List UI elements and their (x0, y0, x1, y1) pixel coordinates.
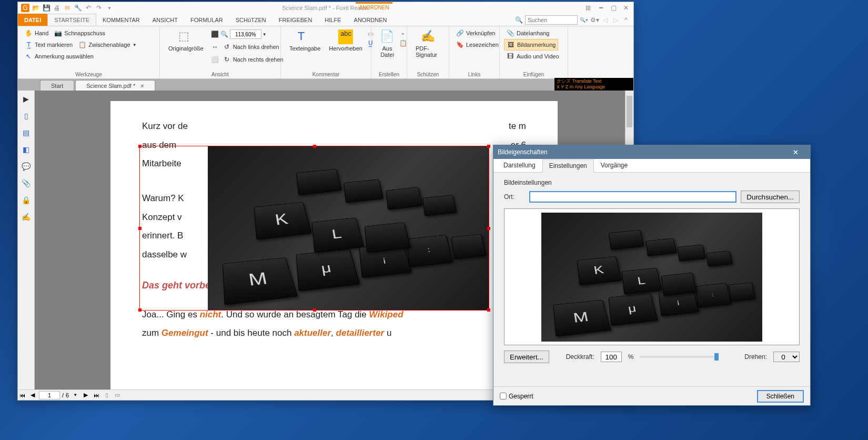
select-annotation-tool[interactable]: ↖Anmerkung auswählen (22, 51, 96, 62)
gear-icon[interactable]: ⚙▾ (590, 16, 599, 24)
comments-panel-icon[interactable]: 💬 (21, 161, 32, 172)
menu-formular[interactable]: FORMULAR (184, 14, 229, 26)
open-icon[interactable]: 📂 (32, 4, 40, 12)
resize-handle-ne[interactable] (487, 145, 490, 148)
ribbon-group-einfugen: 📎Dateianhang 🖼Bildanmerkung 🎞Audio und V… (500, 26, 568, 78)
blank-icon[interactable]: ▫ (399, 29, 407, 38)
rotate-select[interactable]: 0 (773, 352, 800, 362)
menu-freigeben[interactable]: FREIGEBEN (272, 14, 319, 26)
menu-anordnen[interactable]: ANORDNEN (348, 14, 393, 26)
fit-page-icon[interactable]: ⬛ (211, 30, 219, 38)
chevron-down-icon[interactable]: ▼ (263, 32, 267, 37)
translate-ad[interactable]: クシズ Translate Text X Y Z In Any Language (554, 78, 633, 91)
page-number-input[interactable] (39, 391, 60, 399)
prev-page-icon[interactable]: ◀ (28, 391, 37, 399)
actual-size-button[interactable]: ⬚ Originalgröße (164, 27, 208, 77)
pages-panel-icon[interactable]: ▤ (21, 127, 32, 138)
app-icon[interactable]: G (21, 4, 29, 12)
hand-tool[interactable]: ✋Hand (22, 28, 51, 38)
locked-checkbox[interactable]: Gesperrt (500, 393, 533, 400)
resize-handle-se[interactable] (487, 308, 490, 312)
menu-file[interactable]: DATEI (18, 14, 47, 26)
dialog-close-icon[interactable]: ✕ (785, 148, 806, 156)
tab-vorgange[interactable]: Vorgänge (594, 159, 634, 172)
zoom-out-icon[interactable]: 🔍 (220, 30, 229, 38)
search-icon[interactable]: 🔍 (514, 16, 523, 24)
audio-video-button[interactable]: 🎞Audio und Video (504, 51, 561, 62)
first-page-icon[interactable]: ⏮ (18, 391, 26, 399)
select-text-tool[interactable]: T̲Text markieren (22, 39, 75, 50)
fit-width-icon[interactable]: ↔ (211, 43, 219, 51)
typewriter-button[interactable]: TTexteingabe (285, 27, 325, 77)
menu-schutzen[interactable]: SCHüTZEN (229, 14, 272, 26)
layers-panel-icon[interactable]: ◧ (21, 144, 32, 155)
qat-dropdown-icon[interactable]: ▼ (105, 4, 114, 12)
attachment-button[interactable]: 📎Dateianhang (504, 28, 551, 38)
bookmarks-panel-icon[interactable]: ▯ (21, 111, 32, 121)
clipboard-tool[interactable]: 📋Zwischenablage▼ (76, 39, 138, 50)
close-icon[interactable]: ✕ (622, 4, 630, 12)
next-page-icon[interactable]: ▶ (82, 391, 90, 399)
signatures-panel-icon[interactable]: ✍ (21, 212, 32, 222)
fit-visible-icon[interactable]: ⬜ (211, 55, 219, 64)
image-annotation-button[interactable]: 🖼Bildanmerkung (504, 39, 558, 51)
nav-next-icon[interactable]: ▷ (611, 16, 620, 24)
page-dropdown-icon[interactable]: ▼ (71, 391, 79, 399)
resize-handle-w[interactable] (138, 227, 142, 230)
tab-darstellung[interactable]: Darstellung (497, 159, 542, 172)
snapshot-tool[interactable]: 📷Schnappschuss (52, 28, 107, 38)
close-button[interactable]: Schließen (757, 390, 804, 403)
image-selection-box[interactable] (139, 146, 489, 311)
nav-prev-icon[interactable]: ◁ (601, 16, 609, 24)
maximize-icon[interactable]: ▢ (609, 4, 618, 12)
view-mode-2-icon[interactable]: ▭ (113, 391, 122, 399)
expand-panel-icon[interactable]: ▶ (21, 94, 32, 104)
advanced-button[interactable]: Erweitert... (504, 351, 549, 363)
dialog-title-bar[interactable]: Bildeigenschaften ✕ (493, 145, 810, 159)
resize-handle-e[interactable] (487, 227, 490, 230)
scroll-thumb[interactable] (627, 96, 632, 127)
security-panel-icon[interactable]: 🔒 (21, 195, 32, 205)
ribbon-options-icon[interactable]: ⊞ (584, 4, 592, 12)
opacity-input[interactable] (601, 352, 622, 362)
location-input[interactable] (529, 191, 736, 203)
collapse-ribbon-icon[interactable]: ^ (622, 16, 630, 24)
tab-document[interactable]: Science Slam.pdf *× (75, 80, 155, 91)
resize-handle-n[interactable] (313, 145, 316, 148)
link-button[interactable]: 🔗Verknüpfen (453, 28, 498, 38)
pdf-sign-button[interactable]: ✍PDF-Signatur (411, 27, 445, 60)
menu-hilfe[interactable]: HILFE (318, 14, 347, 26)
menu-ansicht[interactable]: ANSICHT (146, 14, 184, 26)
save-icon[interactable]: 💾 (42, 4, 51, 12)
tab-einstellungen[interactable]: Einstellungen (542, 159, 594, 173)
menu-kommentar[interactable]: KOMMENTAR (96, 14, 146, 26)
zoom-input[interactable] (230, 29, 261, 39)
resize-handle-s[interactable] (313, 308, 316, 312)
rotate-right-button[interactable]: ↻Nach rechts drehen (220, 54, 286, 65)
redo-icon[interactable]: ↷ (95, 4, 103, 12)
browse-button[interactable]: Durchsuchen... (741, 191, 800, 203)
view-mode-1-icon[interactable]: ▯ (103, 391, 111, 399)
bookmark-button[interactable]: 🔖Lesezeichen (453, 39, 501, 50)
search-input[interactable] (525, 15, 578, 25)
tab-start[interactable]: Start (40, 80, 74, 91)
attachments-panel-icon[interactable]: 📎 (21, 178, 32, 188)
clipboard-create-icon[interactable]: 📋 (399, 39, 407, 47)
locked-checkbox-input[interactable] (500, 393, 507, 399)
resize-handle-sw[interactable] (138, 308, 142, 312)
close-tab-icon[interactable]: × (140, 83, 144, 89)
highlight-button[interactable]: abcHervorheben (325, 27, 367, 77)
undo-icon[interactable]: ↶ (84, 4, 93, 12)
from-file-button[interactable]: 📄Aus Datei (376, 27, 399, 77)
opacity-slider[interactable] (640, 356, 719, 358)
slider-thumb[interactable] (714, 353, 719, 361)
minimize-icon[interactable]: ━ (597, 4, 605, 12)
email-icon[interactable]: ✉ (63, 4, 72, 12)
last-page-icon[interactable]: ⏭ (92, 391, 100, 399)
rotate-left-button[interactable]: ↺Nach links drehen (220, 42, 281, 52)
menu-startseite[interactable]: STARTSEITE (47, 14, 96, 26)
toolbox-icon[interactable]: 🔧 (74, 4, 82, 12)
print-icon[interactable]: 🖨 (53, 4, 61, 12)
resize-handle-nw[interactable] (138, 145, 142, 148)
search-dropdown-icon[interactable]: 🔍▾ (580, 16, 588, 24)
